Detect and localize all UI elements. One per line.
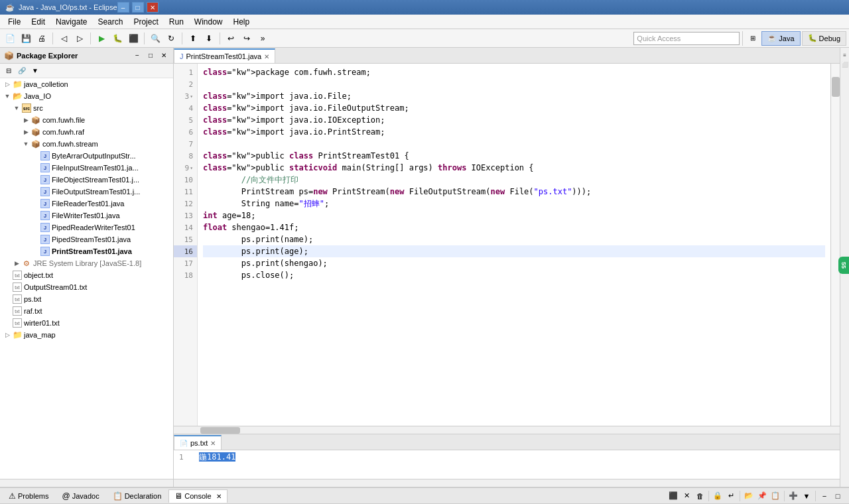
menu-search[interactable]: Search [92,15,128,29]
menu-run[interactable]: Run [164,15,189,29]
tree-item[interactable]: ▷📁java_colletion [0,78,173,90]
line-number: 16 [174,245,197,257]
tb-print-btn[interactable]: 🖨 [34,31,49,46]
tree-item[interactable]: ▷📁java_map [0,329,173,341]
tab-problems[interactable]: ⚠ Problems [3,489,54,503]
menu-file[interactable]: File [3,15,26,29]
console-new-btn[interactable]: ➕ [787,490,799,502]
console-clear-btn[interactable]: 🗑 [694,490,706,502]
tree-item[interactable]: txtwirter01.txt [0,317,173,329]
tree-item[interactable]: JPrintStreamTest01.java [0,245,173,257]
tree-item[interactable]: ▼srcsrc [0,102,173,114]
tree-arrow: ▶ [12,260,21,267]
editor-hscrollbar[interactable] [174,426,840,434]
tree-item[interactable]: JFileInputStreamTest01.ja... [0,162,173,174]
console-remove-btn[interactable]: ✕ [681,490,692,502]
tree-item[interactable]: ▶📦com.fuwh.file [0,114,173,126]
tb-run-btn[interactable]: ▶ [94,31,109,46]
ps-tab-close[interactable]: ✕ [210,440,216,447]
minimize-button[interactable]: – [117,2,129,13]
tree-item[interactable]: txtps.txt [0,293,173,305]
tb-debug-btn[interactable]: 🐛 [110,31,125,46]
menu-help[interactable]: Help [228,15,255,29]
left-h-scrollbar[interactable] [0,479,173,487]
tree-item[interactable]: ▶📦com.fuwh.raf [0,126,173,138]
pe-collapse-btn[interactable]: ⊟ [3,65,15,77]
tree-item-icon: 📁 [12,330,23,340]
console-word-wrap-btn[interactable]: ↵ [725,490,737,502]
tree-item[interactable]: txtOutputStream01.txt [0,281,173,293]
console-minimize-btn[interactable]: − [818,490,830,502]
tb-sep1 [52,32,53,44]
console-dropdown-btn[interactable]: ▼ [801,490,813,502]
tree-item[interactable]: ▼📂Java_IO [0,90,173,102]
tree-item-label: FileOutputStreamTest01.j... [52,188,140,196]
tree-item[interactable]: JFileReaderTest01.java [0,198,173,210]
tree-item-icon: J [40,198,50,209]
tree-item[interactable]: JPipedReaderWriterTest01 [0,221,173,233]
menu-window[interactable]: Window [189,15,228,29]
menu-navigate[interactable]: Navigate [50,15,92,29]
tree-item[interactable]: JPipedStreamTest01.java [0,233,173,245]
tb-prev-annot-btn[interactable]: ⬆ [186,31,200,46]
maximize-button[interactable]: □ [132,2,144,13]
ps-content[interactable]: 1 鍦181.41 [174,450,840,479]
ps-tab-icon: 📄 [180,440,188,447]
console-copy-btn[interactable]: 📋 [769,490,781,502]
tree-item-icon: txt [12,282,23,292]
menu-edit[interactable]: Edit [26,15,50,29]
tb-fwd-btn[interactable]: ▷ [72,31,87,46]
pe-close-btn[interactable]: ✕ [159,50,169,61]
tab-console[interactable]: 🖥 Console ✕ [168,489,227,503]
code-line: ps.close(); [203,269,825,281]
tb-new-btn[interactable]: 📄 [3,31,17,46]
console-pin-btn[interactable]: 📌 [756,490,768,502]
tree-item[interactable]: ▶⚙JRE System Library [JavaSE-1.8] [0,257,173,269]
tb-stop-btn[interactable]: ⬛ [126,31,141,46]
console-open-file-btn[interactable]: 📂 [743,490,755,502]
ps-hscrollbar[interactable] [174,479,840,487]
tree-item-label: OutputStream01.txt [24,283,87,291]
tab-printstream[interactable]: J PrintStreamTest01.java ✕ [174,48,275,63]
tb-nav2-btn[interactable]: » [255,31,270,46]
rs-btn1[interactable]: ≡ [840,50,850,60]
tree-item-label: raf.txt [24,307,42,315]
pe-minimize-btn[interactable]: − [132,50,143,61]
tb-next-annot-btn[interactable]: ⬇ [202,31,216,46]
tab-javadoc[interactable]: @ Javadoc [56,489,105,503]
tree-item[interactable]: JFileOutputStreamTest01.j... [0,186,173,198]
close-button[interactable]: ✕ [147,2,159,13]
tree-item[interactable]: JByteArrarOutputInputStr... [0,150,173,162]
tree-item[interactable]: JFileWriterTest01.java [0,210,173,221]
quick-access-box[interactable]: Quick Access [633,32,740,45]
tab-printstream-close[interactable]: ✕ [264,53,269,60]
pe-maximize-btn[interactable]: □ [145,50,156,61]
code-area[interactable]: class="kw">package com.fuwh.stream; clas… [198,64,830,426]
console-terminate-btn[interactable]: ⬛ [667,490,679,502]
java-perspective-btn[interactable]: ☕ Java [761,31,800,46]
editor-vscrollbar[interactable] [830,64,840,426]
tb-refresh-btn[interactable]: ↻ [164,31,178,46]
tb-save-btn[interactable]: 💾 [19,31,33,46]
tree-item[interactable]: txtobject.txt [0,269,173,281]
rs-btn2[interactable]: ⬜ [840,60,850,69]
menu-project[interactable]: Project [128,15,163,29]
tb-search-btn[interactable]: 🔍 [148,31,163,46]
tab-declaration[interactable]: 📋 Declaration [107,489,168,503]
tb-open-persp-btn[interactable]: ⊞ [746,31,760,46]
tree-item[interactable]: txtraf.txt [0,305,173,317]
tb-back-btn[interactable]: ◁ [56,31,71,46]
console-maximize-btn[interactable]: □ [832,490,844,502]
pe-menu-btn[interactable]: ▼ [29,65,41,77]
pe-link-btn[interactable]: 🔗 [16,65,28,77]
tree-item[interactable]: ▼📦com.fuwh.stream [0,138,173,150]
console-scroll-lock-btn[interactable]: 🔒 [712,490,724,502]
tb-nav-btn[interactable]: ↩ [224,31,238,46]
tb-nav-fwd-btn[interactable]: ↪ [239,31,254,46]
ps-tab[interactable]: 📄 ps.txt ✕ [174,435,222,450]
debug-perspective-btn[interactable]: 🐛 Debug [802,31,846,46]
title-bar: ☕ Java - Java_IO/ps.txt - Eclipse – □ ✕ [0,0,849,15]
console-close[interactable]: ✕ [216,493,222,500]
tree-item[interactable]: JFileObjectStreamTest01.j... [0,174,173,186]
tree-item-label: src [33,104,43,112]
